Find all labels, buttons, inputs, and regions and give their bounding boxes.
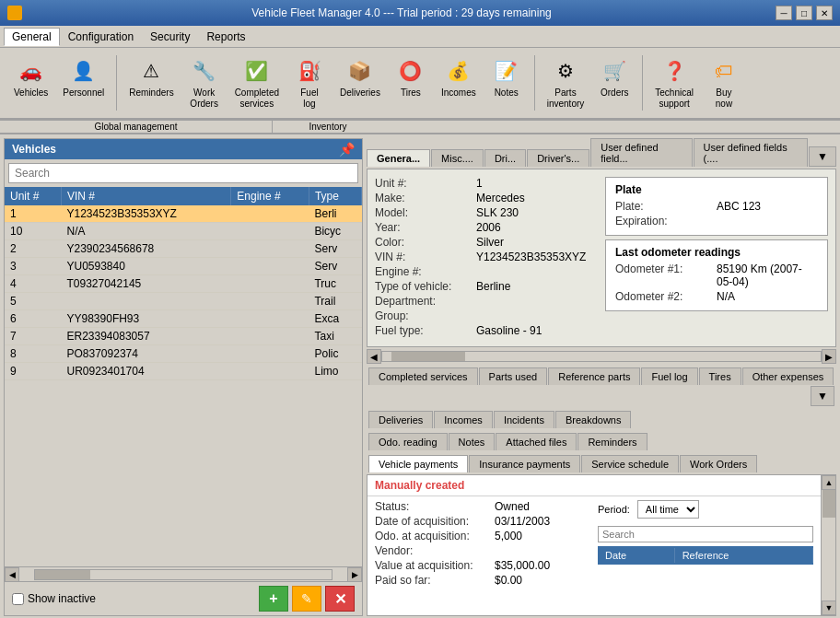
year-label: Year: [375,221,476,234]
maximize-button[interactable]: □ [796,6,812,20]
tab-deliveries[interactable]: Deliveries [368,411,433,428]
expiration-label: Expiration: [615,215,717,227]
table-row[interactable]: 1Y1234523B35353XYZBerli [5,205,362,223]
tab-general[interactable]: Genera... [367,149,430,167]
scroll-up-btn[interactable]: ▲ [822,475,836,490]
tab-notes[interactable]: Notes [449,433,496,450]
toolbar-vehicles[interactable]: 🚗 Vehicles [7,52,54,103]
pin-icon[interactable]: 📌 [339,142,355,157]
bottom-tab-scroll1[interactable]: ▼ [811,386,834,406]
tab-completed-services[interactable]: Completed services [368,367,478,385]
toolbar-deliveries[interactable]: 📦 Deliveries [333,52,387,103]
toolbar-workorders[interactable]: 🔧 WorkOrders [182,52,227,114]
toolbar-tires[interactable]: ⭕ Tires [389,52,433,103]
h-scrollbar[interactable]: ◀ ▶ [5,566,362,581]
model-value: SLK 230 [476,206,519,219]
add-vehicle-button[interactable]: + [259,586,288,612]
menu-general[interactable]: General [4,28,60,46]
tab-tires[interactable]: Tires [699,367,741,385]
toolbar-notes[interactable]: 📝 Notes [484,52,529,103]
period-select[interactable]: All time [637,500,699,519]
col-vin: VIN # [62,187,231,205]
table-row[interactable]: 5Trail [5,293,362,310]
table-row[interactable]: 7ER23394083057Taxi [5,328,362,345]
delete-vehicle-button[interactable]: ✕ [325,586,355,612]
orders-icon: 🛒 [600,56,629,86]
toolbar-incomes[interactable]: 💰 Incomes [435,52,483,103]
tab-odo-reading[interactable]: Odo. reading [368,433,448,450]
tab-userdef2[interactable]: User defined fields (.... [694,138,809,167]
edit-vehicle-button[interactable]: ✎ [292,586,321,612]
title-bar: Vehicle Fleet Manager 4.0 --- Trial peri… [0,0,840,26]
plate-title: Plate [615,183,818,196]
tab-work-orders[interactable]: Work Orders [680,455,757,472]
tab-dri[interactable]: Dri... [484,149,526,167]
tab-vehicle-payments[interactable]: Vehicle payments [368,455,468,472]
tab-other-expenses[interactable]: Other expenses [742,367,834,385]
right-scrollbar[interactable]: ▲ ▼ [821,475,835,615]
toolbar-support-label: Technicalsupport [655,87,694,110]
menu-configuration[interactable]: Configuration [60,28,142,46]
h-nav-right[interactable]: ▶ [822,349,836,364]
toolbar-support[interactable]: ❓ Technicalsupport [648,52,700,114]
table-row[interactable]: 3YU0593840Serv [5,258,362,275]
tab-reference-parts[interactable]: Reference parts [548,367,640,385]
tab-fuel-log[interactable]: Fuel log [641,367,697,385]
tab-drivers[interactable]: Driver's... [527,149,589,167]
tab-reminders[interactable]: Reminders [578,433,647,450]
tab-incidents[interactable]: Incidents [494,411,554,428]
dept-label: Department: [375,295,476,308]
vehicles-panel-title: Vehicles 📌 [5,139,362,159]
action-buttons: + ✎ ✕ [259,586,355,612]
vehicle-search-input[interactable] [8,163,358,183]
scroll-left-btn[interactable]: ◀ [5,567,19,582]
tab-incomes[interactable]: Incomes [434,411,493,428]
vehicles-panel: Vehicles 📌 Unit # VIN # Engine # Type 1Y… [4,138,363,616]
tab-breakdowns[interactable]: Breakdowns [555,411,632,428]
toolbar-buynow[interactable]: 🏷 Buynow [702,52,746,114]
toolbar-orders[interactable]: 🛒 Orders [592,52,636,103]
h-nav-thumb [391,352,465,361]
menu-security[interactable]: Security [142,28,198,46]
menu-reports[interactable]: Reports [198,28,253,46]
show-inactive-checkbox[interactable] [12,593,24,605]
tab-more-button[interactable]: ▼ [809,146,836,167]
toolbar-reminders-label: Reminders [129,87,173,99]
scroll-right-btn[interactable]: ▶ [347,567,362,582]
table-row[interactable]: 10N/ABicyc [5,223,362,240]
tab-userdef1[interactable]: User defined field... [590,138,692,167]
toolbar-parts[interactable]: ⚙ Partsinventory [541,52,591,114]
model-label: Model: [375,206,476,219]
odo2-value: N/A [717,290,735,303]
tabs-bar: Genera... Misc.... Dri... Driver's... Us… [367,138,836,167]
vehicles-table-wrapper[interactable]: Unit # VIN # Engine # Type 1Y1234523B353… [5,187,362,566]
toolbar-completed[interactable]: ✅ Completedservices [228,52,286,114]
cell-engine [231,328,309,345]
plate-box: Plate Plate:ABC 123 Expiration: [605,177,828,236]
table-row[interactable]: 8PO837092374Polic [5,345,362,363]
tab-attached-files[interactable]: Attached files [496,433,577,450]
tab-misc[interactable]: Misc.... [431,149,484,167]
bottom-search-input[interactable] [598,526,813,542]
main-content: Vehicles 📌 Unit # VIN # Engine # Type 1Y… [0,134,840,618]
table-row[interactable]: 2Y2390234568678Serv [5,240,362,258]
tab-parts-used[interactable]: Parts used [479,367,548,385]
h-nav-left[interactable]: ◀ [367,349,381,364]
table-row[interactable]: 4T09327042145Truc [5,275,362,293]
tab-insurance-payments[interactable]: Insurance payments [469,455,580,472]
toolbar-personnel[interactable]: 👤 Personnel [56,52,111,103]
minimize-button[interactable]: ─ [776,6,792,20]
toolbar-orders-label: Orders [601,87,629,99]
show-inactive-wrapper: Show inactive [12,592,96,605]
toolbar-completed-label: Completedservices [235,87,279,110]
acq-date-value: 03/11/2003 [495,515,550,528]
scroll-down-btn[interactable]: ▼ [822,601,836,615]
value-value: $35,000.00 [495,559,550,572]
table-row[interactable]: 9UR0923401704Limo [5,363,362,380]
toolbar-fuellog[interactable]: ⛽ Fuellog [287,52,332,114]
tab-service-schedule[interactable]: Service schedule [581,455,679,472]
close-button[interactable]: ✕ [816,6,833,20]
table-row[interactable]: 6YY98390FH93Exca [5,310,362,328]
toolbar-reminders[interactable]: ⚠ Reminders [122,52,180,103]
cell-type: Taxi [309,328,361,345]
